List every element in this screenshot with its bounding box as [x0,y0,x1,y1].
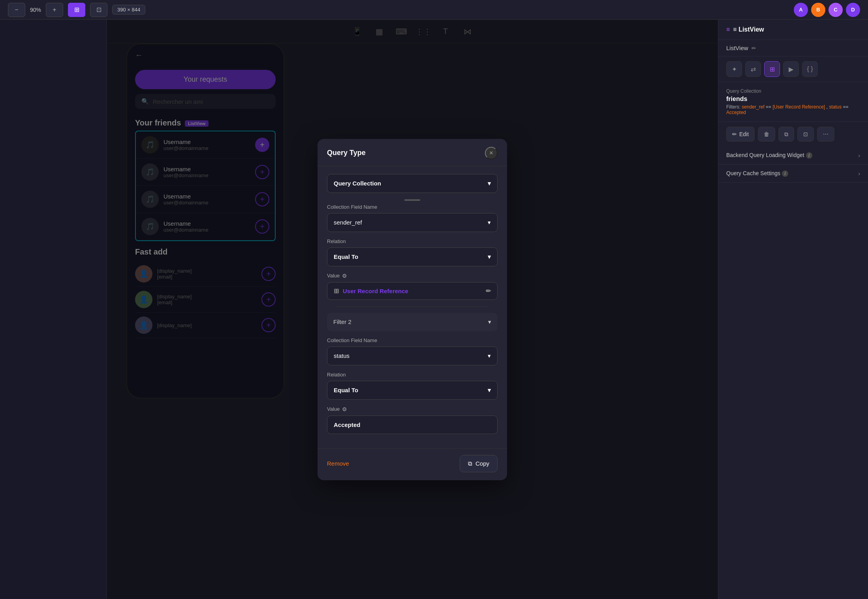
edit-name-icon[interactable]: ✏ [752,45,756,51]
right-panel: ≡ ≡ ListView ListView ✏ ✦ ⇄ ⊞ ▶ { } Quer… [718,20,868,599]
chevron-down-icon-6: ▾ [488,387,491,394]
filter1-value-text: User Record Reference [343,288,408,294]
delete-query-btn[interactable]: 🗑 [758,127,775,142]
remove-btn[interactable]: Remove [327,460,349,467]
filter-status-op: == [843,104,849,110]
filter1-value-row[interactable]: ⊞ User Record Reference ✏ [327,282,498,300]
tab-play-btn[interactable]: ▶ [783,61,799,77]
filter2-relation-label: Relation [327,372,498,378]
edit-query-btn[interactable]: ✏ Edit [726,127,755,142]
query-collection-value: friends [726,95,860,103]
filter-status-key: status [829,104,842,110]
plus-zoom-btn[interactable]: + [46,3,63,17]
filter2-value-text: Accepted [327,416,498,434]
settings-icon-2: ⚙ [342,406,347,412]
right-panel-title: ≡ ListView [733,26,764,33]
query-collection-label: Query Collection [726,88,860,94]
chevron-down-icon: ▾ [488,180,491,187]
chevron-down-icon-3: ▾ [488,253,491,260]
modal-header: Query Type × [318,139,507,166]
chevron-down-icon-5: ▾ [488,352,491,359]
query-cache-settings[interactable]: Query Cache Settings i › [718,165,868,183]
minus-zoom-btn[interactable]: − [8,3,25,17]
top-right-icons: A B C D [794,3,860,17]
tab-data-btn[interactable]: ⇄ [745,61,761,77]
panel-action-row: ✏ Edit 🗑 ⧉ ⊡ ⋯ [718,122,868,146]
filter1-field-select[interactable]: sender_ref ▾ [327,213,498,232]
modal-close-btn[interactable]: × [485,147,498,159]
filter2-value-label: Value ⚙ [327,406,498,412]
filter2-header-label: Filter 2 [333,318,351,325]
modal-body: Query Collection ▾ Collection Field Name… [318,166,507,448]
copy-query-btn[interactable]: ⧉ [778,127,794,142]
avatar-3: C [829,3,843,17]
modal-overlay: Query Type × Query Collection ▾ Collecti… [107,20,718,599]
avatar-1: A [794,3,808,17]
component-name: ListView [726,45,748,51]
modal-footer: Remove ⧉ Copy [318,448,507,480]
info-icon-2: i [782,170,788,177]
share-query-btn[interactable]: ⊡ [797,127,814,142]
filter-sender-val: [User Record Reference] [772,104,825,110]
minus-icon: − [15,6,18,13]
tab-wand-btn[interactable]: ✦ [726,61,742,77]
modal-title: Query Type [327,149,366,157]
avatar-2: B [811,3,825,17]
filter1-relation-select[interactable]: Equal To ▾ [327,247,498,266]
query-type-select[interactable]: Query Collection ▾ [327,174,498,193]
backend-query-widget[interactable]: Backend Query Loading Widget i › [718,146,868,165]
edit-icon: ✏ [732,131,737,137]
filter2-section: Filter 2 ▾ Collection Field Name status … [327,313,498,434]
filters-line: Filters: sender_ref == [User Record Refe… [726,104,860,115]
filter1-field-label: Collection Field Name [327,204,498,210]
info-icon-1: i [806,152,812,159]
dimension-badge: 390 × 844 [112,5,145,15]
chevron-down-icon-2: ▾ [488,219,491,226]
canvas-area: 📱 ▦ ⌨ ⋮⋮ T ⋈ ← Your requests 🔍 Recherche… [107,20,718,599]
listview-icon: ≡ [726,26,730,33]
trash-icon: 🗑 [764,131,769,137]
zoom-level: 90% [30,7,41,13]
frame-tool-btn[interactable]: ⊞ [68,3,85,17]
separator-1 [336,306,488,307]
left-sidebar [0,20,107,599]
more-query-btn[interactable]: ⋯ [817,127,834,142]
chevron-down-icon-4: ▾ [488,318,491,326]
backend-query-label: Backend Query Loading Widget i [726,152,812,159]
chevron-right-icon-1: › [858,152,860,159]
avatar-4: D [846,3,860,17]
query-collection-section: Query Collection friends Filters: sender… [718,82,868,122]
filter1-relation-label: Relation [327,238,498,244]
tab-table-btn[interactable]: ⊞ [764,61,780,77]
filter2-field-select[interactable]: status ▾ [327,346,498,365]
filter2-header[interactable]: Filter 2 ▾ [327,313,498,331]
top-toolbar: − 90% + ⊞ ⊡ 390 × 844 A B C D [0,0,868,20]
table-icon: ⊞ [334,287,339,295]
right-panel-header: ≡ ≡ ListView [718,20,868,40]
select-tool-btn[interactable]: ⊡ [90,3,107,17]
copy-icon: ⧉ [468,460,472,467]
filter-sender-op: == [766,104,772,110]
edit-pencil-icon[interactable]: ✏ [486,287,491,295]
filter-status-val: Accepted [726,110,746,115]
chevron-right-icon-2: › [858,170,860,177]
query-cache-label: Query Cache Settings i [726,170,788,177]
filter-sender-key: sender_ref [742,104,764,110]
scroll-indicator [404,199,420,201]
filter2-field-label: Collection Field Name [327,337,498,343]
copy-btn[interactable]: ⧉ Copy [460,455,498,472]
plus-icon: + [53,6,56,13]
filter1-value-label: Value ⚙ [327,273,498,279]
filter2-relation-select[interactable]: Equal To ▾ [327,381,498,400]
query-type-modal: Query Type × Query Collection ▾ Collecti… [318,139,507,480]
tab-code-btn[interactable]: { } [802,61,818,77]
query-type-select-row: Query Collection ▾ [327,174,498,193]
filter1-section: Collection Field Name sender_ref ▾ Relat… [327,204,498,300]
panel-tabs: ✦ ⇄ ⊞ ▶ { } [718,56,868,82]
settings-icon: ⚙ [342,273,347,279]
component-name-row: ListView ✏ [718,40,868,56]
